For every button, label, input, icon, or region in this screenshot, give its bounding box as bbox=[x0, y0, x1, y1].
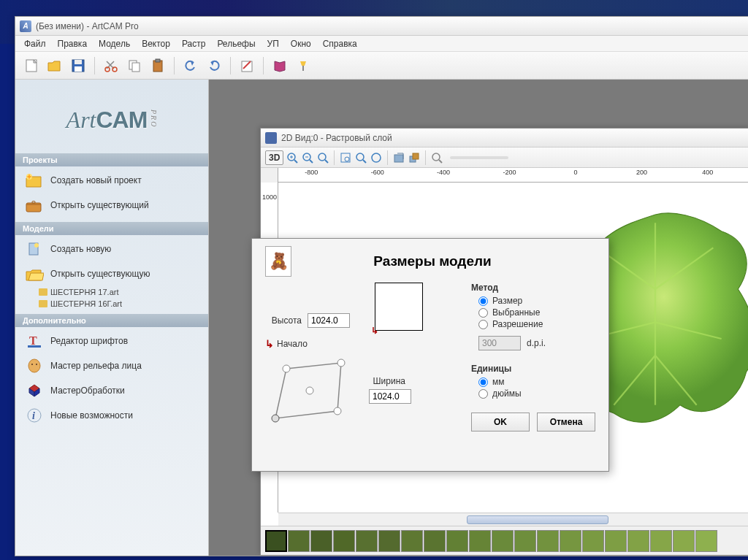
ok-button[interactable]: OK bbox=[471, 413, 530, 431]
palette-swatch[interactable] bbox=[310, 530, 332, 552]
help-book-button[interactable] bbox=[270, 55, 290, 76]
menu-np[interactable]: УП bbox=[262, 37, 285, 50]
menu-window[interactable]: Окно bbox=[285, 37, 317, 50]
palette-swatch[interactable] bbox=[288, 530, 310, 552]
radio-selected[interactable] bbox=[478, 308, 488, 318]
height-input[interactable] bbox=[308, 313, 350, 328]
redo-button[interactable] bbox=[204, 55, 224, 76]
palette-swatch[interactable] bbox=[627, 530, 649, 552]
recent-file-1[interactable]: ШЕСТЕРНЯ 17.art bbox=[15, 286, 208, 298]
sidebar-item-new-project[interactable]: Создать новый проект bbox=[15, 168, 208, 193]
open-model-icon bbox=[24, 265, 45, 283]
titlebar[interactable]: A (Без имени) - ArtCAM Pro bbox=[15, 17, 748, 36]
notes-button[interactable] bbox=[237, 55, 257, 76]
palette-swatch[interactable] bbox=[469, 530, 491, 552]
menu-help[interactable]: Справка bbox=[317, 37, 363, 50]
preview-icon[interactable] bbox=[430, 151, 443, 164]
svg-point-34 bbox=[283, 365, 290, 372]
toggle-3d-button[interactable]: 3D bbox=[265, 150, 283, 165]
app-icon: A bbox=[20, 20, 31, 32]
palette-swatch[interactable] bbox=[560, 530, 581, 552]
model-size-dialog: 🧸 Размеры модели ↳ Высота ↳ Начало bbox=[251, 238, 609, 472]
palette-swatch[interactable] bbox=[537, 530, 559, 552]
svg-rect-7 bbox=[132, 63, 140, 72]
menubar: Файл Правка Модель Вектор Растр Рельефы … bbox=[15, 36, 748, 52]
svg-point-29 bbox=[372, 153, 381, 162]
open-button[interactable] bbox=[45, 55, 65, 76]
section-projects: Проекты bbox=[15, 153, 208, 166]
palette-swatch[interactable] bbox=[514, 530, 536, 552]
sidebar-item-facemaster[interactable]: Мастер рельефа лица bbox=[15, 353, 208, 378]
new-model-icon bbox=[24, 240, 45, 258]
width-input[interactable] bbox=[369, 389, 411, 404]
menu-edit[interactable]: Правка bbox=[52, 37, 94, 50]
cut-button[interactable] bbox=[101, 55, 121, 76]
zoom-fit-icon[interactable] bbox=[316, 151, 329, 164]
palette-swatch[interactable] bbox=[265, 530, 287, 552]
layers-icon[interactable] bbox=[392, 151, 405, 164]
palette-swatch[interactable] bbox=[673, 530, 695, 552]
radio-mm[interactable] bbox=[478, 377, 488, 387]
palette-swatch[interactable] bbox=[424, 530, 446, 552]
save-button[interactable] bbox=[68, 55, 88, 76]
sidebar-item-new-model[interactable]: Создать новую bbox=[15, 237, 208, 261]
toolshop-button[interactable] bbox=[293, 55, 313, 76]
origin-label: Начало bbox=[277, 339, 308, 349]
svg-rect-17 bbox=[28, 345, 41, 348]
model-preview-box: ↳ bbox=[375, 283, 423, 331]
units-label: Единицы bbox=[471, 364, 595, 374]
menu-vector[interactable]: Вектор bbox=[136, 37, 176, 50]
palette-swatch[interactable] bbox=[492, 530, 514, 552]
palette-swatch[interactable] bbox=[582, 530, 604, 552]
radio-resolution[interactable] bbox=[478, 320, 488, 329]
menu-file[interactable]: Файл bbox=[18, 37, 52, 50]
menu-model[interactable]: Модель bbox=[93, 37, 136, 50]
zoom-all-icon[interactable] bbox=[370, 151, 383, 164]
radio-size[interactable] bbox=[478, 296, 488, 306]
sidebar-item-open-model[interactable]: Открыть существующую bbox=[15, 261, 208, 286]
zoom-prev-icon[interactable] bbox=[354, 151, 367, 164]
sidebar: Delcam ArtCAMPRO Проекты Создать новый п… bbox=[15, 80, 209, 556]
cancel-button[interactable]: Отмена bbox=[537, 413, 595, 431]
open-project-icon bbox=[24, 196, 45, 214]
view-titlebar[interactable]: 2D Вид:0 - Растровый слой bbox=[261, 129, 748, 147]
view-icon bbox=[265, 132, 277, 144]
toolmaster-icon bbox=[24, 382, 45, 399]
sidebar-item-open-project[interactable]: Открыть существующий bbox=[15, 193, 208, 218]
undo-button[interactable] bbox=[180, 55, 201, 76]
paste-button[interactable] bbox=[148, 55, 168, 76]
palette-swatch[interactable] bbox=[695, 530, 717, 552]
bring-front-icon[interactable] bbox=[408, 151, 421, 164]
zoom-in-icon[interactable] bbox=[286, 151, 299, 164]
palette-swatch[interactable] bbox=[378, 530, 400, 552]
palette-swatch[interactable] bbox=[650, 530, 672, 552]
new-file-button[interactable] bbox=[21, 55, 42, 76]
palette-swatch[interactable] bbox=[333, 530, 355, 552]
menu-reliefs[interactable]: Рельефы bbox=[211, 37, 261, 50]
palette-swatch[interactable] bbox=[605, 530, 627, 552]
zoom-window-icon[interactable] bbox=[339, 151, 352, 164]
scrollbar-thumb[interactable] bbox=[467, 515, 608, 524]
svg-text:T: T bbox=[29, 334, 37, 347]
menu-raster[interactable]: Растр bbox=[176, 37, 211, 50]
svg-point-18 bbox=[28, 359, 40, 372]
svg-rect-10 bbox=[242, 61, 252, 72]
dialog-title: Размеры модели bbox=[299, 253, 595, 269]
svg-rect-30 bbox=[394, 155, 403, 162]
face-icon bbox=[24, 357, 45, 375]
sidebar-item-news[interactable]: i Новые возможности bbox=[15, 403, 208, 428]
sidebar-item-toolmaster[interactable]: МастерОбработки bbox=[15, 378, 208, 403]
origin-arrows-icon: ↳ bbox=[265, 338, 274, 350]
horizontal-scrollbar[interactable] bbox=[278, 513, 748, 526]
sidebar-item-fonts[interactable]: T Редактор шрифтов bbox=[15, 329, 208, 353]
palette-swatch[interactable] bbox=[446, 530, 468, 552]
palette-swatch[interactable] bbox=[401, 530, 423, 552]
copy-button[interactable] bbox=[124, 55, 145, 76]
opacity-slider[interactable] bbox=[450, 156, 508, 159]
zoom-out-icon[interactable] bbox=[301, 151, 314, 164]
radio-inches[interactable] bbox=[478, 389, 488, 399]
palette-swatch[interactable] bbox=[356, 530, 378, 552]
section-extra: Дополнительно bbox=[15, 314, 208, 327]
origin-picker[interactable] bbox=[268, 354, 356, 426]
recent-file-2[interactable]: ШЕСТЕРНЯ 16Г.art bbox=[15, 298, 208, 310]
